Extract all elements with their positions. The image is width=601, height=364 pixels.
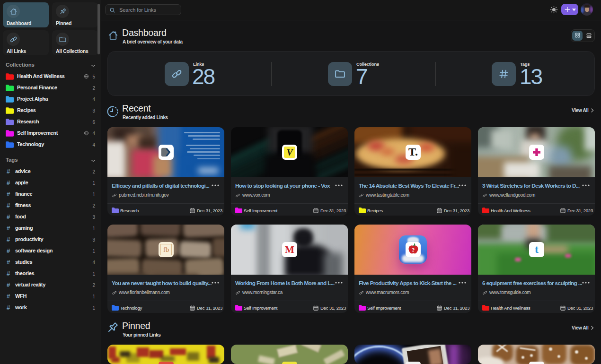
svg-text:?: ?: [412, 247, 415, 253]
